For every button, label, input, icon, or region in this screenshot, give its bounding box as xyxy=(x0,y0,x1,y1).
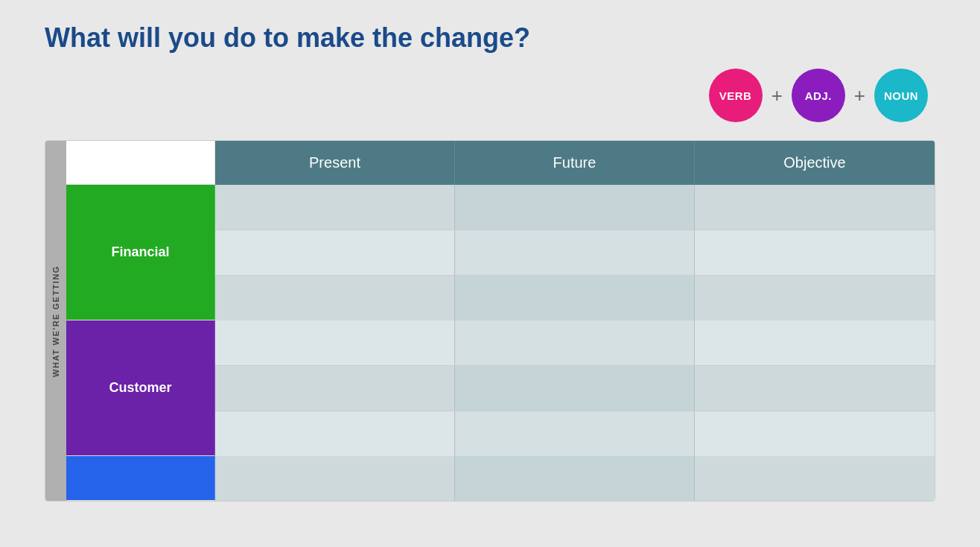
cell-c2-present[interactable] xyxy=(215,366,455,411)
plus-sign-2: + xyxy=(854,84,865,107)
adj-badge: ADJ. xyxy=(792,69,845,122)
cell-b1-objective[interactable] xyxy=(695,456,935,501)
page-title: What will you do to make the change? xyxy=(45,22,935,54)
cell-f1-present[interactable] xyxy=(215,185,455,230)
cell-b1-present[interactable] xyxy=(215,456,455,501)
cell-b1-future[interactable] xyxy=(455,456,695,501)
page-wrapper: What will you do to make the change? VER… xyxy=(0,0,980,502)
cell-c2-future[interactable] xyxy=(455,366,695,411)
formula-row: VERB + ADJ. + NOUN xyxy=(45,69,935,122)
customer-label: Customer xyxy=(66,320,215,456)
vertical-label-col: WHAT WE'RE GETTING xyxy=(45,141,66,501)
noun-badge: NOUN xyxy=(874,69,928,122)
body-area: Financial xyxy=(66,185,935,501)
cell-f1-objective[interactable] xyxy=(695,185,935,230)
cell-f1-future[interactable] xyxy=(455,185,695,230)
table-row xyxy=(215,411,935,456)
cell-c1-objective[interactable] xyxy=(695,320,935,365)
table-row xyxy=(215,230,935,276)
cell-c3-objective[interactable] xyxy=(695,411,935,456)
header-row: Present Future Objective xyxy=(66,141,935,185)
table-row xyxy=(215,320,935,366)
financial-section: Financial xyxy=(66,185,935,320)
table-row xyxy=(215,366,935,411)
table-row xyxy=(215,456,935,501)
cell-f3-present[interactable] xyxy=(215,276,455,320)
customer-section: Customer xyxy=(66,320,935,456)
table-row xyxy=(215,185,935,230)
blue-section xyxy=(66,456,935,501)
cell-f3-future[interactable] xyxy=(455,276,695,320)
cell-f2-present[interactable] xyxy=(215,230,455,275)
cell-c3-future[interactable] xyxy=(455,411,695,456)
table-row xyxy=(215,276,935,320)
financial-label: Financial xyxy=(66,185,215,320)
cell-f2-objective[interactable] xyxy=(695,230,935,275)
cell-c2-objective[interactable] xyxy=(695,366,935,411)
customer-rows xyxy=(215,320,935,456)
cell-f3-objective[interactable] xyxy=(695,276,935,320)
header-blank xyxy=(66,141,215,185)
cell-c1-future[interactable] xyxy=(455,320,695,365)
main-table: WHAT WE'RE GETTING Present Future Object… xyxy=(45,140,935,502)
financial-rows xyxy=(215,185,935,320)
plus-sign-1: + xyxy=(771,84,783,107)
blue-label xyxy=(66,456,215,501)
cell-f2-future[interactable] xyxy=(455,230,695,275)
blue-rows xyxy=(215,456,935,501)
header-future: Future xyxy=(455,141,695,185)
vertical-label: WHAT WE'RE GETTING xyxy=(51,265,60,377)
cell-c3-present[interactable] xyxy=(215,411,455,456)
verb-badge: VERB xyxy=(709,69,763,122)
cell-c1-present[interactable] xyxy=(215,320,455,365)
header-objective: Objective xyxy=(695,141,935,185)
grid-area: Present Future Objective Financial xyxy=(66,141,935,501)
header-present: Present xyxy=(215,141,455,185)
